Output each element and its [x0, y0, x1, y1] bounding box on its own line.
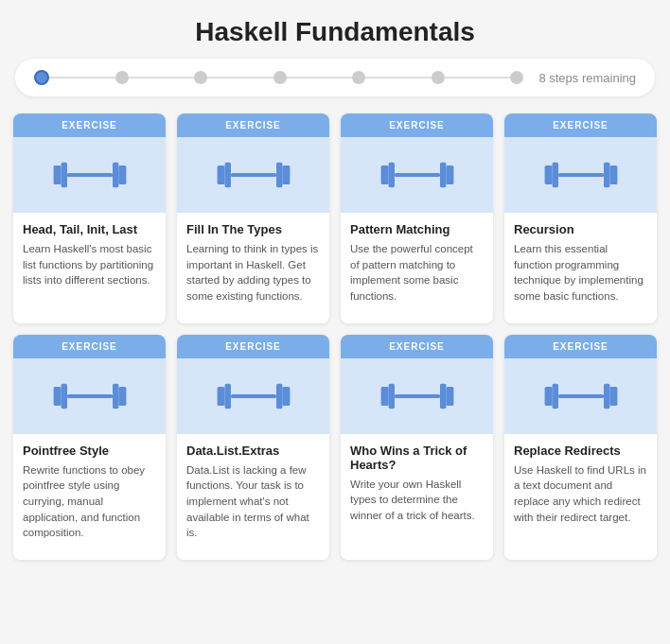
progress-dot-7 [510, 71, 523, 84]
progress-dot-6 [432, 71, 445, 84]
card-0[interactable]: EXERCISE Head, Tail, Init, Last Learn Ha… [13, 113, 166, 323]
svg-rect-33 [440, 383, 446, 408]
card-title-4: Pointfree Style [23, 444, 156, 458]
progress-line-4 [287, 77, 353, 78]
card-badge-6: EXERCISE [341, 335, 493, 358]
svg-rect-35 [544, 387, 552, 406]
progress-dot-4 [273, 71, 287, 84]
svg-rect-12 [395, 173, 440, 177]
svg-rect-2 [67, 173, 113, 177]
card-icon-area-0 [13, 137, 166, 213]
card-body-5: Data.List.Extras Data.List is lacking a … [177, 434, 329, 552]
card-body-7: Replace Redirects Use Haskell to find UR… [504, 434, 657, 552]
card-title-1: Fill In The Types [186, 222, 320, 236]
card-body-1: Fill In The Types Learning to think in t… [177, 213, 329, 316]
svg-rect-9 [282, 165, 290, 184]
card-4[interactable]: EXERCISE Pointfree Style Rewrite functio… [13, 335, 166, 560]
svg-rect-5 [217, 165, 224, 184]
svg-rect-8 [276, 163, 282, 187]
svg-rect-11 [388, 163, 394, 187]
svg-rect-17 [558, 173, 604, 177]
card-7[interactable]: EXERCISE Replace Redirects Use Haskell t… [504, 335, 657, 560]
card-icon-area-6 [341, 358, 493, 434]
progress-line-6 [445, 77, 511, 78]
svg-rect-6 [224, 163, 230, 187]
card-icon-area-4 [13, 358, 166, 434]
svg-rect-29 [282, 387, 290, 406]
card-desc-1: Learning to think in types is important … [186, 241, 320, 305]
svg-rect-13 [440, 163, 446, 187]
card-footer-2 [341, 316, 493, 323]
card-title-0: Head, Tail, Init, Last [23, 222, 156, 236]
card-footer-0 [13, 316, 166, 323]
svg-rect-34 [446, 387, 453, 406]
card-badge-4: EXERCISE [13, 335, 166, 358]
card-icon-area-2 [341, 137, 493, 213]
card-icon-area-7 [504, 358, 657, 434]
svg-rect-1 [61, 163, 66, 187]
svg-rect-27 [231, 394, 276, 398]
card-badge-7: EXERCISE [504, 335, 657, 358]
svg-rect-14 [446, 165, 453, 184]
svg-rect-30 [380, 387, 388, 406]
svg-rect-20 [53, 387, 61, 406]
progress-dot-3 [194, 71, 207, 84]
card-body-6: Who Wins a Trick of Hearts? Write your o… [341, 434, 493, 552]
svg-rect-32 [395, 394, 440, 398]
card-desc-3: Learn this essential function programmin… [514, 241, 647, 305]
svg-rect-28 [276, 383, 282, 408]
progress-line-1 [49, 77, 115, 78]
svg-rect-22 [67, 394, 113, 398]
card-icon-area-3 [504, 137, 657, 213]
svg-rect-37 [558, 394, 604, 398]
svg-rect-38 [604, 383, 609, 408]
card-6[interactable]: EXERCISE Who Wins a Trick of Hearts? Wri… [341, 335, 493, 560]
card-footer-5 [177, 552, 329, 560]
card-desc-0: Learn Haskell's most basic list function… [23, 241, 156, 288]
card-title-2: Pattern Matching [350, 222, 484, 236]
card-body-4: Pointfree Style Rewrite functions to obe… [13, 434, 166, 552]
card-3[interactable]: EXERCISE Recursion Learn this essential … [504, 113, 657, 323]
progress-dot-1 [34, 70, 49, 85]
card-title-5: Data.List.Extras [186, 444, 320, 458]
svg-rect-4 [118, 165, 126, 184]
svg-rect-3 [113, 163, 118, 187]
card-footer-7 [504, 552, 657, 560]
progress-bar: 8 steps remaining [15, 59, 655, 96]
svg-rect-26 [224, 383, 230, 408]
card-1[interactable]: EXERCISE Fill In The Types Learning to t… [177, 113, 329, 323]
card-body-2: Pattern Matching Use the powerful concep… [341, 213, 493, 316]
card-footer-6 [341, 552, 493, 560]
card-footer-3 [504, 316, 657, 323]
card-badge-0: EXERCISE [13, 113, 166, 137]
svg-rect-31 [388, 383, 394, 408]
steps-remaining-label: 8 steps remaining [538, 71, 636, 85]
card-footer-4 [13, 552, 166, 560]
card-icon-area-5 [177, 358, 329, 434]
svg-rect-16 [552, 163, 557, 187]
svg-rect-25 [217, 387, 224, 406]
card-body-0: Head, Tail, Init, Last Learn Haskell's m… [13, 213, 166, 316]
progress-line-3 [207, 77, 273, 78]
svg-rect-18 [604, 163, 609, 187]
svg-rect-24 [118, 387, 126, 406]
card-title-3: Recursion [514, 222, 647, 236]
progress-line-5 [365, 77, 432, 78]
card-desc-6: Write your own Haskell types to determin… [350, 477, 484, 524]
card-2[interactable]: EXERCISE Pattern Matching Use the powerf… [341, 113, 493, 323]
progress-line-2 [129, 77, 195, 78]
page-title: Haskell Fundamentals [0, 0, 670, 59]
card-desc-2: Use the powerful concept of pattern matc… [350, 241, 484, 305]
card-desc-7: Use Haskell to find URLs in a text docum… [514, 462, 647, 526]
card-badge-1: EXERCISE [177, 113, 329, 137]
card-title-6: Who Wins a Trick of Hearts? [350, 444, 484, 472]
cards-grid: EXERCISE Head, Tail, Init, Last Learn Ha… [0, 113, 670, 573]
card-badge-5: EXERCISE [177, 335, 329, 358]
progress-dot-2 [115, 71, 129, 84]
card-5[interactable]: EXERCISE Data.List.Extras Data.List is l… [177, 335, 329, 560]
svg-rect-21 [61, 383, 66, 408]
svg-rect-39 [609, 387, 617, 406]
card-footer-1 [177, 316, 329, 323]
svg-rect-7 [231, 173, 276, 177]
svg-rect-0 [53, 165, 61, 184]
